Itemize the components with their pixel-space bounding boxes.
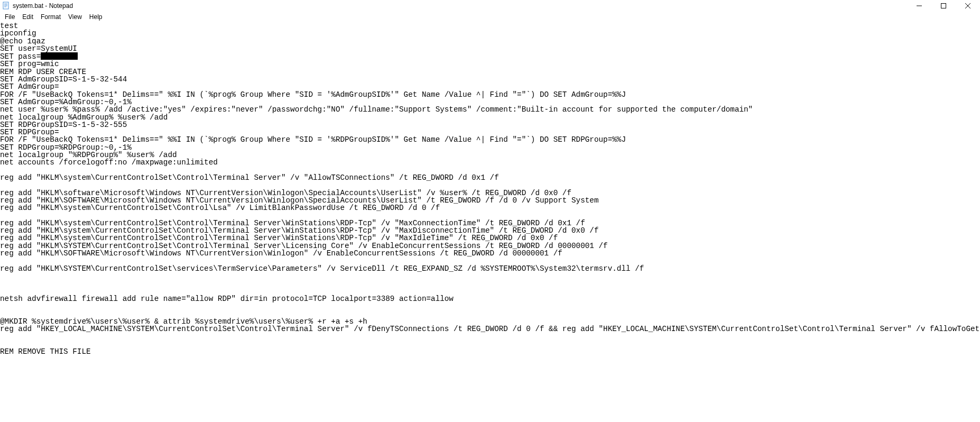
- editor-line: reg add "HKLM\SYSTEM\CurrentControlSet\s…: [0, 264, 644, 273]
- window-controls: [907, 0, 980, 12]
- maximize-button[interactable]: [931, 0, 956, 12]
- menu-edit[interactable]: Edit: [19, 13, 37, 21]
- menu-format[interactable]: Format: [37, 13, 64, 21]
- notepad-icon: [2, 2, 11, 10]
- menu-view[interactable]: View: [64, 13, 86, 21]
- menubar: File Edit Format View Help: [0, 12, 980, 22]
- editor-line: reg add "HKEY_LOCAL_MACHINE\SYSTEM\Curre…: [0, 325, 980, 333]
- editor-line: REM REMOVE THIS FILE: [0, 347, 91, 356]
- editor-line: reg add "HKLM\system\CurrentControlSet\C…: [0, 173, 499, 182]
- svg-rect-0: [3, 2, 8, 9]
- svg-rect-6: [941, 4, 946, 8]
- titlebar: system.bat - Notepad: [0, 0, 980, 12]
- maximize-icon: [941, 3, 946, 8]
- close-icon: [965, 3, 970, 8]
- menu-file[interactable]: File: [1, 13, 19, 21]
- editor-line: SET user=SystemUI: [0, 44, 77, 53]
- window-title: system.bat - Notepad: [13, 2, 73, 10]
- editor-line: reg add "HKLM\system\CurrentControlSet\C…: [0, 204, 440, 212]
- menu-help[interactable]: Help: [86, 13, 106, 21]
- editor-line: netsh advfirewall firewall add rule name…: [0, 295, 454, 303]
- redacted-password: [41, 52, 78, 60]
- editor-line: reg add "HKLM\SOFTWARE\Microsoft\Windows…: [0, 249, 562, 258]
- minimize-button[interactable]: [907, 0, 931, 12]
- text-editor[interactable]: test ipconfig @echo 1qaz SET user=System…: [0, 22, 980, 422]
- close-button[interactable]: [956, 0, 980, 12]
- minimize-icon: [917, 3, 922, 8]
- editor-line: net accounts /forcelogoff:no /maxpwage:u…: [0, 158, 218, 167]
